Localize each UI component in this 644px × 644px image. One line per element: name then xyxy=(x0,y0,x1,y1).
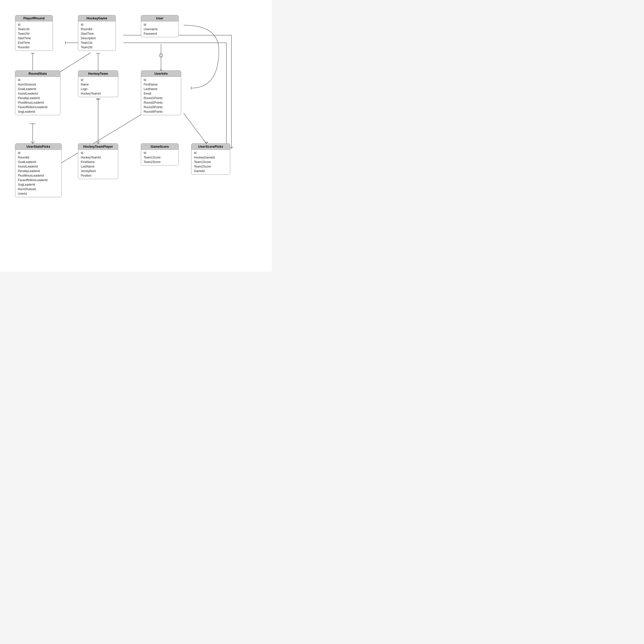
entity-hockeygame-header: HockeyGame xyxy=(78,15,115,21)
entity-row: HockeyGameId xyxy=(194,155,227,160)
svg-line-42 xyxy=(231,147,233,148)
entity-row: PenaltyLeaderId xyxy=(18,96,58,100)
entity-row: StartTime xyxy=(18,36,50,41)
entity-userscorepicks-header: UserScorePicks xyxy=(191,144,230,150)
entity-row: Username xyxy=(144,27,176,31)
entity-row: HockeyTeamId xyxy=(81,91,115,96)
entity-row: GoalLeaderId xyxy=(18,87,58,91)
svg-line-25 xyxy=(31,141,33,143)
entity-row: Description xyxy=(81,36,113,41)
entity-userstatspicks: UserStatsPicks Id RoundId GoalLeaderId A… xyxy=(15,143,62,197)
entity-userstatspicks-header: UserStatsPicks xyxy=(15,144,61,150)
svg-line-31 xyxy=(205,142,206,143)
entity-user-header: User xyxy=(141,15,178,21)
entity-playoffround-header: PlayoffRound xyxy=(15,15,53,21)
entity-row: Logo xyxy=(81,87,115,91)
entity-row: Name xyxy=(81,82,115,87)
entity-gamescore: GameScore Id Team1Score Team2Score xyxy=(141,143,179,166)
entity-row: Id xyxy=(194,151,227,155)
entity-user-body: Id Username Password xyxy=(141,21,178,37)
entity-row: Position xyxy=(81,173,115,178)
entity-row: GameId xyxy=(194,169,227,173)
entity-roundstats: RoundStats Id NumShutouts GoalLeaderId A… xyxy=(15,70,60,115)
entity-row: LastName xyxy=(81,164,115,169)
svg-line-20 xyxy=(96,141,98,143)
entity-userscorepicks: UserScorePicks Id HockeyGameId Team1Scor… xyxy=(191,143,230,175)
entity-row: Id xyxy=(81,22,113,27)
entity-row: Round1Points xyxy=(144,96,178,100)
entity-row: NumShutouts xyxy=(18,82,58,87)
entity-row: Team2Score xyxy=(194,164,227,169)
entity-row: Team1Score xyxy=(144,155,176,160)
entity-playoffround-body: Id Team1Id Team2Id StartTime EndTime Rou… xyxy=(15,21,53,51)
entity-hockeyteamplayer-header: HockeyTeamPlayer xyxy=(78,144,118,150)
entity-row: Team2Id xyxy=(18,31,50,36)
entity-row: HockeyTeamId xyxy=(81,155,115,160)
entity-row: RoundId xyxy=(18,45,50,50)
entity-gamescore-header: GameScore xyxy=(141,144,178,150)
entity-row: Id xyxy=(81,151,115,155)
entity-userstatspicks-body: Id RoundId GoalLeaderId AssistLeaderId P… xyxy=(15,150,61,197)
entity-row: Team2Score xyxy=(144,160,176,164)
svg-line-21 xyxy=(98,141,100,143)
entity-row: LastName xyxy=(144,87,178,91)
entity-roundstats-header: RoundStats xyxy=(15,71,60,77)
diagram-container: PlayoffRound Id Team1Id Team2Id StartTim… xyxy=(0,0,272,272)
entity-row: AssistLeaderId xyxy=(18,91,58,96)
entity-row: Id xyxy=(18,151,59,155)
entity-row: Round4Points xyxy=(144,109,178,114)
entity-row: FirstName xyxy=(81,160,115,164)
entity-row: Team1Score xyxy=(194,160,227,164)
entity-row: Id xyxy=(81,78,115,82)
entity-gamescore-body: Id Team1Score Team2Score xyxy=(141,150,178,165)
entity-userinfo-header: UserInfo xyxy=(141,71,181,77)
entity-row: SogLeaderId xyxy=(18,109,58,114)
entity-userinfo: UserInfo Id FirstName LastName Email Rou… xyxy=(141,70,181,115)
entity-row: PlusMinusLeaderId xyxy=(18,173,59,178)
entity-row: UserId xyxy=(18,191,59,196)
entity-hockeyteamplayer: HockeyTeamPlayer Id HockeyTeamId FirstNa… xyxy=(78,143,118,179)
entity-row: Team1Id xyxy=(81,41,113,45)
entity-row: Round2Points xyxy=(144,100,178,105)
svg-point-10 xyxy=(159,54,163,57)
entity-playoffround: PlayoffRound Id Team1Id Team2Id StartTim… xyxy=(15,15,53,51)
entity-hockeygame: HockeyGame Id RoundId StartTime Descript… xyxy=(78,15,116,51)
entity-row: PenaltyLeaderId xyxy=(18,169,59,173)
entity-hockeygame-body: Id RoundId StartTime Description Team1Id… xyxy=(78,21,115,51)
entity-row: Team2Id xyxy=(81,45,113,50)
entity-row: Email xyxy=(144,91,178,96)
entity-row: AssistLeaderId xyxy=(18,164,59,169)
entity-roundstats-body: Id NumShutouts GoalLeaderId AssistLeader… xyxy=(15,77,60,115)
svg-line-26 xyxy=(33,141,35,143)
entity-row: SogLeaderId xyxy=(18,182,59,187)
entity-row: JerseyNum xyxy=(81,169,115,173)
entity-user: User Id Username Password xyxy=(141,15,179,37)
entity-row: NumShutouts xyxy=(18,187,59,191)
entity-row: Id xyxy=(144,22,176,27)
entity-hockeyteamplayer-body: Id HockeyTeamId FirstName LastName Jerse… xyxy=(78,150,118,179)
entity-hockeyteam: HockeyTeam Id Name Logo HockeyTeamId xyxy=(78,70,118,97)
svg-line-30 xyxy=(184,113,206,143)
entity-row: Id xyxy=(18,22,50,27)
entity-row: RoundId xyxy=(81,27,113,31)
entity-userinfo-body: Id FirstName LastName Email Round1Points… xyxy=(141,77,181,115)
entity-row: Round3Points xyxy=(144,105,178,109)
entity-row: StartTime xyxy=(81,31,113,36)
entity-hockeyteam-body: Id Name Logo HockeyTeamId xyxy=(78,77,118,97)
entity-row: RoundId xyxy=(18,155,59,160)
entity-row: FirstName xyxy=(144,82,178,87)
entity-hockeyteam-header: HockeyTeam xyxy=(78,71,118,77)
entity-row: Id xyxy=(18,78,58,82)
entity-userscorepicks-body: Id HockeyGameId Team1Score Team2Score Ga… xyxy=(191,150,230,174)
entity-row: Id xyxy=(144,78,178,82)
entity-row: PlusMinusLeaderId xyxy=(18,100,58,105)
entity-row: Id xyxy=(144,151,176,155)
svg-line-32 xyxy=(206,142,208,143)
entity-row: Team1Id xyxy=(18,27,50,31)
entity-row: GoalLeaderId xyxy=(18,160,59,164)
entity-row: FaceoffsWonLeaderId xyxy=(18,105,58,109)
entity-row: Password xyxy=(144,31,176,36)
entity-row: EndTime xyxy=(18,41,50,45)
entity-row: FaceoffsWonLeaderId xyxy=(18,178,59,182)
